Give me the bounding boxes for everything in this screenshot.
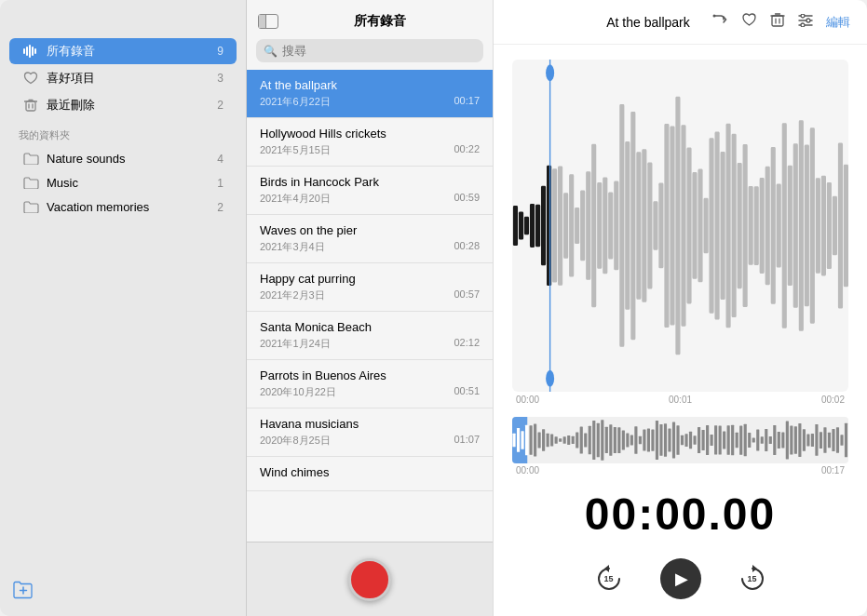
- svg-rect-126: [676, 425, 679, 455]
- sidebar-item-recently-deleted[interactable]: 最近刪除 2: [9, 92, 237, 118]
- recording-meta: 2021年3月4日 00:28: [260, 240, 480, 254]
- share-button[interactable]: [711, 11, 728, 33]
- recording-item[interactable]: Birds in Hancock Park 2021年4月20日 00:59: [247, 167, 493, 215]
- svg-rect-97: [555, 436, 558, 444]
- mini-waveform-container: 00:00 00:17: [512, 417, 848, 477]
- sidebar-item-label: 喜好項目: [47, 70, 217, 87]
- svg-rect-108: [601, 420, 603, 460]
- folder-label: Music: [47, 176, 217, 190]
- svg-rect-156: [803, 429, 806, 451]
- svg-rect-90: [525, 425, 528, 456]
- edit-button[interactable]: 編輯: [826, 14, 850, 31]
- svg-rect-94: [542, 429, 545, 450]
- recording-item[interactable]: Havana musicians 2020年8月25日 01:07: [247, 408, 493, 457]
- svg-rect-27: [535, 205, 540, 248]
- svg-point-12: [713, 15, 716, 18]
- recording-item[interactable]: Wind chimes: [247, 457, 493, 491]
- svg-rect-154: [794, 426, 797, 453]
- recording-title: Havana musicians: [260, 417, 480, 431]
- favorite-button[interactable]: [741, 12, 757, 32]
- svg-rect-110: [609, 424, 612, 455]
- folder-count: 4: [217, 153, 224, 166]
- svg-rect-93: [538, 433, 541, 449]
- recording-item[interactable]: Parrots in Buenos Aires 2020年10月22日 00:5…: [247, 360, 493, 408]
- svg-rect-148: [769, 436, 772, 444]
- svg-point-84: [546, 64, 554, 81]
- time-labels-mini: 00:00 00:17: [512, 463, 848, 477]
- svg-rect-72: [788, 166, 792, 286]
- svg-rect-134: [711, 435, 713, 446]
- recording-duration: 00:22: [454, 143, 480, 157]
- svg-rect-161: [823, 427, 826, 453]
- svg-rect-28: [541, 186, 546, 266]
- trash-icon: [22, 99, 39, 113]
- svg-rect-102: [576, 433, 578, 449]
- sidebar-item-favorites[interactable]: 喜好項目 3: [9, 65, 237, 91]
- svg-rect-153: [790, 426, 792, 455]
- recording-meta: 2020年8月25日 01:07: [260, 434, 480, 448]
- recording-meta: 2020年10月22日 00:51: [260, 385, 480, 399]
- svg-rect-56: [698, 168, 702, 282]
- svg-rect-88: [517, 428, 520, 452]
- svg-rect-80: [833, 196, 837, 256]
- svg-rect-54: [686, 148, 691, 304]
- folder-icon: [22, 201, 39, 213]
- recording-item[interactable]: Happy cat purring 2021年2月3日 00:57: [247, 263, 493, 312]
- mini-waveform[interactable]: [512, 417, 848, 463]
- search-input[interactable]: [256, 39, 483, 62]
- search-icon: 🔍: [264, 45, 278, 58]
- svg-rect-74: [799, 120, 804, 331]
- svg-rect-44: [630, 112, 635, 340]
- sidebar-item-label: 所有錄音: [47, 43, 217, 60]
- sidebar-folder-nature-sounds[interactable]: Nature sounds 4: [9, 147, 237, 170]
- skip-forward-button[interactable]: 15: [735, 561, 770, 596]
- svg-rect-141: [739, 425, 742, 454]
- sidebar-item-all-recordings[interactable]: 所有錄音 9: [9, 38, 237, 64]
- sidebar-toggle-button[interactable]: [258, 14, 278, 29]
- svg-rect-106: [592, 421, 595, 460]
- record-button[interactable]: [348, 558, 391, 601]
- recording-date: 2021年2月3日: [260, 288, 325, 302]
- delete-button[interactable]: [770, 12, 785, 33]
- svg-rect-165: [840, 435, 843, 446]
- svg-rect-52: [675, 97, 680, 355]
- recording-item[interactable]: Waves on the pier 2021年3月4日 00:28: [247, 215, 493, 263]
- svg-rect-66: [754, 186, 759, 265]
- svg-rect-37: [591, 144, 596, 307]
- play-button[interactable]: ▶: [660, 558, 701, 599]
- svg-rect-145: [756, 429, 759, 450]
- svg-rect-67: [760, 178, 765, 274]
- svg-rect-152: [786, 421, 789, 459]
- header-actions: 編輯: [711, 11, 850, 33]
- recording-item[interactable]: At the ballpark 2021年6月22日 00:17: [247, 70, 493, 118]
- sidebar-folder-music[interactable]: Music 1: [9, 171, 237, 194]
- svg-rect-105: [589, 426, 591, 455]
- sidebar-item-count: 9: [217, 45, 224, 58]
- options-button[interactable]: [798, 13, 813, 32]
- recording-duration: 00:51: [454, 385, 480, 399]
- svg-marker-167: [604, 565, 609, 572]
- main-waveform[interactable]: [512, 60, 848, 392]
- svg-rect-42: [619, 104, 624, 347]
- recording-title: Happy cat purring: [260, 272, 480, 286]
- svg-rect-46: [642, 149, 646, 302]
- svg-rect-25: [524, 217, 529, 235]
- svg-rect-136: [719, 426, 722, 455]
- new-folder-button[interactable]: [13, 581, 34, 603]
- svg-rect-157: [806, 435, 809, 447]
- svg-rect-135: [714, 425, 717, 454]
- svg-rect-23: [513, 206, 518, 246]
- recording-duration: 00:28: [454, 240, 480, 254]
- sidebar-folder-vacation-memories[interactable]: Vacation memories 2: [9, 195, 237, 219]
- svg-rect-69: [771, 147, 776, 304]
- recording-date: 2021年3月4日: [260, 240, 325, 254]
- svg-rect-122: [659, 424, 662, 456]
- recording-date: 2020年8月25日: [260, 434, 331, 448]
- recording-item[interactable]: Hollywood Hills crickets 2021年5月15日 00:2…: [247, 118, 493, 167]
- recording-item[interactable]: Santa Monica Beach 2021年1月24日 02:12: [247, 312, 493, 360]
- svg-rect-63: [738, 163, 742, 288]
- svg-rect-98: [559, 438, 562, 441]
- svg-rect-123: [664, 423, 667, 457]
- skip-back-button[interactable]: 15: [591, 561, 627, 596]
- svg-rect-95: [547, 434, 549, 447]
